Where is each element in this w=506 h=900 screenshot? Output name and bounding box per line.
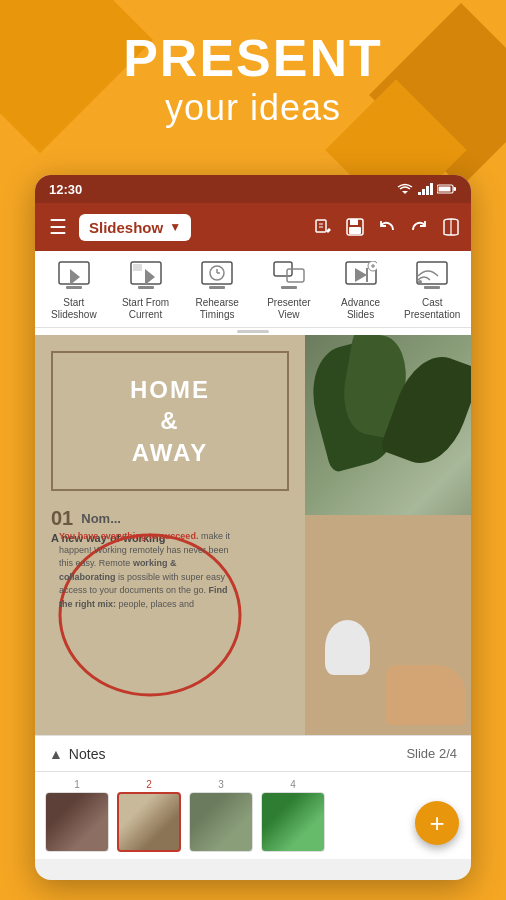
presenter-view-label: PresenterView xyxy=(267,297,310,321)
slide-right-panel xyxy=(305,335,471,735)
hands xyxy=(386,665,466,725)
svg-rect-2 xyxy=(422,189,425,195)
status-time: 12:30 xyxy=(49,182,82,197)
slide-count-label: Slide 2/4 xyxy=(406,746,457,761)
svg-rect-38 xyxy=(424,286,440,289)
slide-title-box: HOME&AWAY xyxy=(51,351,289,491)
circle-annotation: You have everything to succeed. make it … xyxy=(45,520,245,705)
advance-slides-icon-box xyxy=(343,259,379,295)
svg-rect-12 xyxy=(350,219,358,225)
svg-marker-31 xyxy=(355,268,367,282)
svg-rect-6 xyxy=(454,187,457,191)
start-current-icon xyxy=(130,261,162,293)
timer-icon xyxy=(201,261,233,293)
svg-rect-1 xyxy=(418,192,421,195)
start-from-current-label: Start FromCurrent xyxy=(122,297,169,321)
white-object xyxy=(325,620,370,675)
thumb-img-3 xyxy=(189,792,253,852)
slide-title-text: HOME&AWAY xyxy=(130,374,210,468)
svg-rect-8 xyxy=(316,220,326,232)
plant-photo xyxy=(305,335,471,735)
svg-rect-13 xyxy=(349,227,361,234)
svg-point-37 xyxy=(418,280,422,284)
undo-icon[interactable] xyxy=(377,217,397,237)
thumb-num-2: 2 xyxy=(146,779,152,790)
presenter-icon xyxy=(273,261,305,293)
thumb-num-1: 1 xyxy=(74,779,80,790)
svg-rect-26 xyxy=(209,286,225,289)
thumb-num-3: 3 xyxy=(218,779,224,790)
svg-marker-0 xyxy=(402,191,408,194)
slideshow-dropdown-label: Slideshow xyxy=(89,219,163,236)
svg-rect-4 xyxy=(430,183,433,195)
svg-marker-20 xyxy=(145,269,155,285)
start-slideshow-label: StartSlideshow xyxy=(51,297,97,321)
hero-subtitle: your ideas xyxy=(0,87,506,129)
chevron-down-icon: ▼ xyxy=(169,220,181,234)
hamburger-button[interactable]: ☰ xyxy=(45,211,71,243)
start-slideshow-icon-box xyxy=(56,259,92,295)
status-bar: 12:30 xyxy=(35,175,471,203)
bold-working: working & collaborating xyxy=(59,558,176,582)
svg-rect-17 xyxy=(66,286,82,289)
wifi-icon xyxy=(397,182,413,196)
rehearse-timings-label: RehearseTimings xyxy=(196,297,239,321)
bold-find: Find the right mix: xyxy=(59,585,228,609)
cast-icon-box xyxy=(414,259,450,295)
thumbnail-4[interactable]: 4 xyxy=(261,779,325,852)
main-toolbar: ☰ Slideshow ▼ xyxy=(35,203,471,251)
notes-label: Notes xyxy=(69,746,106,762)
fab-plus-icon: + xyxy=(429,808,444,839)
play-icon xyxy=(58,261,90,293)
presenter-view-button[interactable]: PresenterView xyxy=(254,259,324,321)
slide-area: HOME&AWAY 01 Nom... A new way of working… xyxy=(35,335,471,735)
status-icons xyxy=(397,182,457,196)
svg-rect-21 xyxy=(138,286,154,289)
thumbnail-1[interactable]: 1 xyxy=(45,779,109,852)
svg-rect-29 xyxy=(281,286,297,289)
notes-left: ▲ Notes xyxy=(49,746,105,762)
edit-icon[interactable] xyxy=(313,217,333,237)
notes-chevron-icon: ▲ xyxy=(49,746,63,762)
cast-presentation-button[interactable]: CastPresentation xyxy=(397,259,467,321)
thumbnail-3[interactable]: 3 xyxy=(189,779,253,852)
svg-rect-19 xyxy=(133,264,142,271)
svg-rect-7 xyxy=(439,187,451,192)
fab-add-button[interactable]: + xyxy=(415,801,459,845)
start-from-current-button[interactable]: Start FromCurrent xyxy=(111,259,181,321)
thumb-num-4: 4 xyxy=(290,779,296,790)
cast-icon xyxy=(416,261,448,293)
hero-section: PRESENT your ideas xyxy=(0,30,506,129)
thumbnail-strip: 1 2 3 4 + xyxy=(35,771,471,859)
redo-icon[interactable] xyxy=(409,217,429,237)
notes-bar[interactable]: ▲ Notes Slide 2/4 xyxy=(35,735,471,771)
thumb-img-1 xyxy=(45,792,109,852)
scroll-indicator xyxy=(35,328,471,335)
advance-slides-button[interactable]: AdvanceSlides xyxy=(326,259,396,321)
scroll-dot xyxy=(237,330,269,333)
save-icon[interactable] xyxy=(345,217,365,237)
slide-body-text: You have everything to succeed. make it … xyxy=(59,530,231,611)
rehearse-icon-box xyxy=(199,259,235,295)
hero-present-label: PRESENT xyxy=(0,30,506,87)
presenter-view-icon-box xyxy=(271,259,307,295)
advance-icon xyxy=(345,261,377,293)
thumbnail-2[interactable]: 2 xyxy=(117,779,181,852)
phone-frame: 12:30 ☰ Slid xyxy=(35,175,471,880)
rehearse-timings-button[interactable]: RehearseTimings xyxy=(182,259,252,321)
battery-icon xyxy=(437,183,457,195)
svg-rect-3 xyxy=(426,186,429,195)
start-slideshow-button[interactable]: StartSlideshow xyxy=(39,259,109,321)
signal-icon xyxy=(417,182,433,196)
toolbar-icons xyxy=(313,217,461,237)
slideshow-dropdown[interactable]: Slideshow ▼ xyxy=(79,214,191,241)
thumb-img-4 xyxy=(261,792,325,852)
thumb-img-2 xyxy=(117,792,181,852)
start-from-current-icon-box xyxy=(128,259,164,295)
cast-presentation-label: CastPresentation xyxy=(404,297,460,321)
advance-slides-label: AdvanceSlides xyxy=(341,297,380,321)
slideshow-toolbar: StartSlideshow Start FromCurrent xyxy=(35,251,471,328)
slide-left-panel: HOME&AWAY 01 Nom... A new way of working… xyxy=(35,335,305,735)
book-icon[interactable] xyxy=(441,217,461,237)
highlight-text: You have everything to succeed. xyxy=(59,531,198,541)
